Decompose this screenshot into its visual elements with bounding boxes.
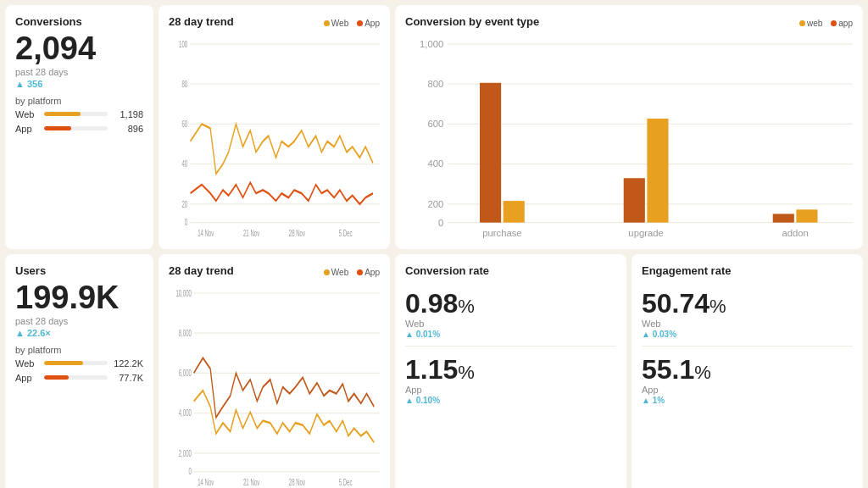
svg-text:21 Nov: 21 Nov [243, 477, 259, 488]
engagement-rate-web-value: 50.74% [642, 289, 853, 319]
users-trend: 22.6× [15, 328, 143, 338]
svg-text:40: 40 [181, 158, 187, 169]
conversions-web-bar-bg [44, 112, 108, 116]
svg-text:5 Dec: 5 Dec [339, 228, 353, 239]
engagement-rate-app-change: 1% [642, 396, 853, 405]
svg-text:14 Nov: 14 Nov [198, 228, 214, 239]
engagement-rate-app-label: App [642, 385, 853, 395]
trend2-legend: Web App [324, 268, 380, 277]
event-chart-container: 1,000 800 600 400 200 0 [405, 33, 853, 239]
users-web-label: Web [15, 358, 39, 369]
conversions-web-label: Web [15, 109, 39, 119]
conversions-web-value: 1,198 [113, 109, 143, 119]
svg-rect-31 [647, 119, 668, 223]
engagement-rate-app: 55.1% App 1% [642, 355, 853, 405]
conversions-app-label: App [15, 124, 39, 134]
engagement-rate-web-label: Web [642, 319, 853, 329]
trend1-chart: 100 80 60 40 20 0 14 Nov 21 Nov 28 Nov 5… [169, 33, 380, 239]
trend1-legend-app: App [357, 19, 380, 28]
trend2-header: 28 day trend Web App [169, 264, 380, 280]
users-web-value: 122.2K [113, 358, 143, 369]
conversions-app-bar [44, 126, 71, 130]
svg-text:1,000: 1,000 [420, 39, 443, 49]
svg-text:5 Dec: 5 Dec [339, 477, 353, 488]
conversion-rate-web-value: 0.98% [405, 289, 616, 319]
users-app-bar-bg [44, 375, 108, 380]
users-by-platform-label: by platform [15, 345, 143, 355]
svg-rect-28 [480, 83, 501, 223]
svg-text:200: 200 [427, 199, 443, 209]
trend2-legend-app: App [357, 268, 380, 277]
conversion-rate-card: Conversion rate 0.98% Web 0.01% 1.15% Ap… [395, 254, 626, 488]
conversion-rate-app-value: 1.15% [405, 355, 616, 385]
conversions-card: Conversions 2,094 past 28 days 356 by pl… [5, 5, 153, 249]
conversions-app-bar-bg [44, 126, 108, 130]
engagement-rate-card: Engagement rate 50.74% Web 0.03% 55.1% A… [632, 254, 863, 488]
conversions-trend: 356 [15, 79, 143, 89]
svg-text:6,000: 6,000 [179, 368, 192, 379]
users-number: 199.9K [15, 280, 143, 316]
svg-text:upgrade: upgrade [628, 228, 663, 238]
users-app-bar [44, 375, 69, 380]
event-legend-web: web [799, 19, 822, 28]
trend2-legend-web: Web [324, 268, 348, 277]
trend1-title: 28 day trend [169, 15, 234, 28]
trend1-legend-web: Web [324, 19, 348, 28]
svg-text:addon: addon [782, 228, 808, 238]
svg-rect-30 [624, 178, 645, 222]
conversions-app-value: 896 [113, 124, 143, 134]
conversions-web-row: Web 1,198 [15, 109, 143, 119]
conversion-rate-web: 0.98% Web 0.01% [405, 289, 616, 347]
conversion-rate-web-change: 0.01% [405, 330, 616, 339]
svg-rect-29 [504, 201, 525, 223]
users-sublabel: past 28 days [15, 316, 143, 326]
event-chart-title: Conversion by event type [405, 15, 539, 28]
svg-text:2,000: 2,000 [179, 448, 192, 459]
trend2-chart: 10,000 8,000 6,000 4,000 2,000 0 14 Nov … [169, 282, 380, 488]
svg-text:8,000: 8,000 [179, 328, 192, 339]
event-legend-app: app [831, 19, 853, 28]
trend2-title: 28 day trend [169, 264, 234, 277]
event-chart-header: Conversion by event type web app [405, 15, 853, 31]
conversion-rate-app-label: App [405, 385, 616, 395]
engagement-rate-web-change: 0.03% [642, 330, 853, 339]
svg-text:600: 600 [427, 119, 443, 129]
trend1-header: 28 day trend Web App [169, 15, 380, 31]
svg-text:28 Nov: 28 Nov [289, 228, 305, 239]
svg-rect-33 [796, 209, 817, 222]
svg-text:60: 60 [181, 119, 187, 130]
trend1-card: 28 day trend Web App 100 80 60 40 20 [159, 5, 390, 249]
svg-rect-32 [773, 214, 794, 222]
conversions-sublabel: past 28 days [15, 67, 143, 77]
conversions-title: Conversions [15, 15, 143, 28]
conversion-rate-app-change: 0.10% [405, 396, 616, 405]
conversions-web-bar [44, 112, 81, 116]
engagement-rate-title: Engagement rate [642, 264, 853, 277]
svg-text:400: 400 [427, 158, 443, 169]
svg-text:21 Nov: 21 Nov [243, 228, 259, 239]
conversions-number: 2,094 [15, 31, 143, 67]
engagement-rate-web: 50.74% Web 0.03% [642, 289, 853, 347]
users-app-row: App 77.7K [15, 373, 143, 383]
svg-text:14 Nov: 14 Nov [198, 477, 214, 488]
svg-text:purchase: purchase [482, 228, 521, 238]
event-chart-legend: web app [799, 19, 853, 28]
conversion-by-event-card: Conversion by event type web app 1,000 8… [395, 5, 863, 249]
svg-text:20: 20 [181, 199, 187, 210]
svg-text:10,000: 10,000 [175, 287, 192, 298]
users-app-value: 77.7K [113, 373, 143, 383]
users-web-row: Web 122.2K [15, 358, 143, 369]
svg-text:800: 800 [427, 79, 443, 89]
conversions-by-platform-label: by platform [15, 96, 143, 106]
conversion-rate-app: 1.15% App 0.10% [405, 355, 616, 405]
users-web-bar [44, 361, 83, 365]
conversion-rate-web-label: Web [405, 319, 616, 329]
svg-text:0: 0 [185, 217, 187, 228]
svg-text:0: 0 [189, 466, 192, 477]
users-app-label: App [15, 373, 39, 383]
users-web-bar-bg [44, 361, 108, 365]
trend1-legend: Web App [324, 19, 380, 28]
conversion-rate-title: Conversion rate [405, 264, 616, 277]
users-card: Users 199.9K past 28 days 22.6× by platf… [5, 254, 153, 488]
trend2-card: 28 day trend Web App 10,000 8,000 6,000 … [159, 254, 390, 488]
